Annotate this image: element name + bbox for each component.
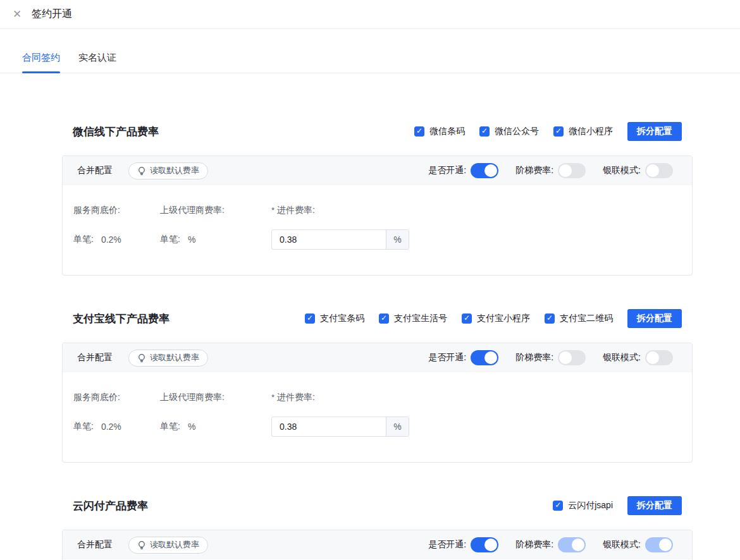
checkbox-label: 支付宝小程序 [477,313,530,324]
rate-card: 合并配置 读取默认费率 是否开通: 阶梯费率: [62,530,693,560]
toggle-label: 阶梯费率: [515,352,553,363]
provider-floor-price-label: 服务商底价: [73,205,160,216]
toggle-group-unionpay-mode: 银联模式: [603,350,673,365]
toggle-area: 是否开通: 阶梯费率: 银联模式: [428,163,673,178]
title-bar: ✕ 签约开通 [0,0,740,29]
checkbox-icon[interactable] [305,313,315,324]
toggle-label: 阶梯费率: [515,539,553,551]
unionpay-mode-toggle[interactable] [645,350,673,365]
enabled-toggle[interactable] [471,350,498,365]
toggle-label: 是否开通: [428,352,466,363]
upper-agent-rate-label: 上级代理商费率: [160,392,271,403]
toggle-label: 是否开通: [428,165,466,176]
page-title: 签约开通 [32,8,72,21]
toggle-group-tiered-rate: 阶梯费率: [515,537,586,552]
close-icon[interactable]: ✕ [13,9,32,20]
read-default-rate-label: 读取默认费率 [150,165,199,176]
checkbox-icon[interactable] [462,313,472,324]
read-default-rate-label: 读取默认费率 [150,539,199,551]
read-default-rate-button[interactable]: 读取默认费率 [128,162,208,180]
checkbox-alipay-life-account[interactable]: 支付宝生活号 [379,313,447,324]
tiered-rate-toggle[interactable] [558,350,586,365]
toggle-group-unionpay-mode: 银联模式: [603,537,673,552]
section-header: 支付宝线下产品费率 支付宝条码 支付宝生活号 支付宝小程序 支付宝二维码 [62,309,693,328]
checkbox-icon[interactable] [553,126,564,137]
checkbox-label: 支付宝生活号 [394,313,447,324]
read-default-rate-label: 读取默认费率 [150,352,199,363]
tiered-rate-toggle[interactable] [558,163,586,178]
read-default-rate-button[interactable]: 读取默认费率 [128,350,208,367]
toggle-group-enabled: 是否开通: [428,537,498,552]
rate-card: 合并配置 读取默认费率 是否开通: 阶梯费率: [62,155,693,276]
tab-contract-sign[interactable]: 合同签约 [22,52,60,73]
checkbox-label: 微信条码 [429,126,465,137]
split-config-button[interactable]: 拆分配置 [627,122,682,141]
checkbox-wechat-official-account[interactable]: 微信公众号 [479,126,539,137]
upper-agent-rate-value: 单笔:% [160,421,271,432]
section-quickpass-rates: 云闪付产品费率 云闪付jsapi 拆分配置 合并配置 读取默认费率 [62,496,693,560]
entry-rate-input-group: % [271,417,409,437]
checkbox-icon[interactable] [379,313,389,324]
toggle-label: 阶梯费率: [515,165,553,176]
tab-real-name-auth[interactable]: 实名认证 [78,52,116,73]
section-header: 云闪付产品费率 云闪付jsapi 拆分配置 [62,496,693,515]
unionpay-mode-toggle[interactable] [645,537,673,552]
unionpay-mode-toggle[interactable] [645,163,673,178]
toggle-group-unionpay-mode: 银联模式: [603,163,673,178]
split-config-button[interactable]: 拆分配置 [627,309,682,328]
required-asterisk: * [271,393,274,402]
checkbox-icon[interactable] [545,313,555,324]
split-config-button[interactable]: 拆分配置 [627,496,682,515]
toggle-area: 是否开通: 阶梯费率: 银联模式: [428,537,673,552]
toggle-label: 是否开通: [428,539,466,551]
section-header: 微信线下产品费率 微信条码 微信公众号 微信小程序 拆分配置 [62,122,693,141]
checkbox-label: 支付宝二维码 [560,313,613,324]
merge-config-label: 合并配置 [77,539,113,551]
provider-floor-price-label: 服务商底价: [73,392,160,403]
card-body: 服务商底价: 上级代理商费率: *进件费率: 单笔:0.2% 单笔:% % [63,372,692,462]
entry-rate-input[interactable] [272,417,386,436]
checkbox-alipay-qrcode[interactable]: 支付宝二维码 [545,313,613,324]
entry-rate-label: *进件费率: [271,205,677,216]
percent-suffix: % [386,230,409,249]
rate-card: 合并配置 读取默认费率 是否开通: 阶梯费率: [62,343,693,463]
checkbox-label: 微信小程序 [569,126,613,137]
checkbox-wechat-barcode[interactable]: 微信条码 [414,126,465,137]
checkbox-icon[interactable] [479,126,490,137]
entry-rate-input[interactable] [272,230,386,249]
card-header: 合并配置 读取默认费率 是否开通: 阶梯费率: [63,530,692,559]
provider-floor-price-value: 单笔:0.2% [73,421,160,432]
toggle-group-enabled: 是否开通: [428,163,498,178]
lightbulb-icon [137,540,146,550]
section-controls: 云闪付jsapi 拆分配置 [553,496,682,515]
merge-config-label: 合并配置 [77,165,113,176]
percent-suffix: % [386,417,409,436]
entry-rate-input-group: % [271,229,409,250]
checkbox-icon[interactable] [414,126,424,137]
checkbox-alipay-mini-program[interactable]: 支付宝小程序 [462,313,530,324]
toggle-label: 银联模式: [603,352,641,363]
required-asterisk: * [271,205,274,215]
section-controls: 微信条码 微信公众号 微信小程序 拆分配置 [414,122,682,141]
toggle-group-tiered-rate: 阶梯费率: [515,163,586,178]
tiered-rate-toggle[interactable] [558,537,586,552]
card-header: 合并配置 读取默认费率 是否开通: 阶梯费率: [63,343,692,372]
enabled-toggle[interactable] [471,163,498,178]
section-title: 微信线下产品费率 [73,125,159,139]
section-wechat-rates: 微信线下产品费率 微信条码 微信公众号 微信小程序 拆分配置 合并配置 [62,122,693,276]
checkbox-quickpass-jsapi[interactable]: 云闪付jsapi [553,500,613,511]
checkbox-label: 支付宝条码 [320,313,364,324]
read-default-rate-button[interactable]: 读取默认费率 [128,537,208,554]
section-title: 支付宝线下产品费率 [73,312,170,326]
toggle-group-enabled: 是否开通: [428,350,498,365]
section-title: 云闪付产品费率 [73,499,148,513]
lightbulb-icon [137,353,146,363]
checkbox-alipay-barcode[interactable]: 支付宝条码 [305,313,364,324]
enabled-toggle[interactable] [471,537,498,552]
upper-agent-rate-value: 单笔:% [160,234,271,245]
card-header: 合并配置 读取默认费率 是否开通: 阶梯费率: [63,156,692,185]
toggle-group-tiered-rate: 阶梯费率: [515,350,586,365]
checkbox-wechat-mini-program[interactable]: 微信小程序 [553,126,613,137]
checkbox-icon[interactable] [553,501,563,511]
toggle-label: 银联模式: [603,539,641,551]
